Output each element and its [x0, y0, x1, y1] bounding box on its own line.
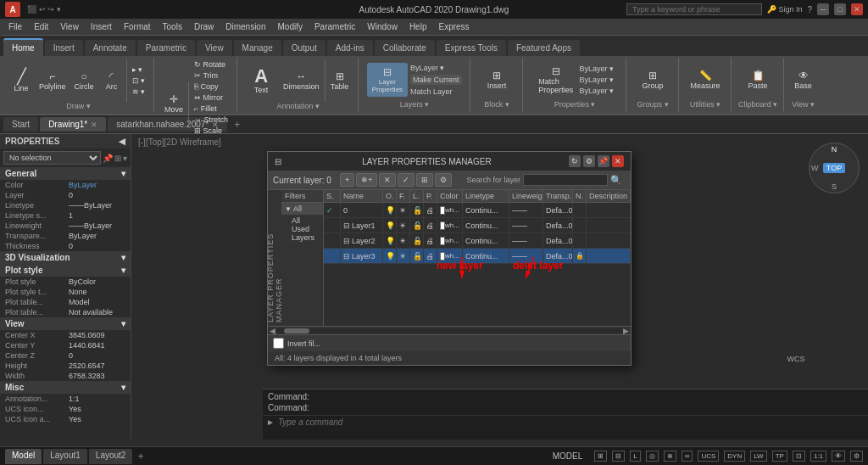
- filter-all[interactable]: ▼ All: [281, 203, 323, 215]
- tab-parametric[interactable]: Parametric: [137, 40, 195, 56]
- stretch-btn[interactable]: ↔ Stretch: [191, 115, 231, 125]
- menu-modify[interactable]: Modify: [273, 20, 308, 33]
- layer-row-2[interactable]: ⊟Layer2 💡 ☀ 🔓 🖨 wh... Continu... —— Defa…: [324, 233, 631, 249]
- menu-format[interactable]: Format: [119, 20, 156, 33]
- prop-section-3dviz[interactable]: 3D Visualization ▾: [0, 251, 131, 264]
- text-btn[interactable]: A Text: [244, 65, 278, 96]
- tab-view[interactable]: View: [197, 40, 232, 56]
- trim-btn[interactable]: ✂ Trim: [191, 70, 231, 81]
- cell-color-2[interactable]: wh...: [437, 233, 463, 248]
- layer-properties-btn[interactable]: ⊟ LayerProperties: [367, 63, 408, 97]
- layer-row-3[interactable]: ⊟Layer3 💡 ☀ 🔓 🖨 wh... Continu... —— Defa…: [324, 249, 631, 264]
- cell-freeze-0[interactable]: ☀: [397, 203, 410, 217]
- prop-section-general[interactable]: General ▾: [0, 167, 131, 180]
- tab-insert[interactable]: Insert: [45, 40, 83, 56]
- prop-section-misc[interactable]: Misc ▾: [0, 381, 131, 394]
- menu-window[interactable]: Window: [362, 20, 403, 33]
- prop-section-plotstyle[interactable]: Plot style ▾: [0, 264, 131, 277]
- menu-edit[interactable]: Edit: [29, 20, 53, 33]
- draw-circle-btn[interactable]: ○ Circle: [71, 69, 97, 92]
- menu-dimension[interactable]: Dimension: [220, 20, 270, 33]
- prop-section-view[interactable]: View ▾: [0, 317, 131, 330]
- layer-dialog-titlebar[interactable]: ⊟ LAYER PROPERTIES MANAGER ↻ ⚙ 📌 ✕: [268, 152, 631, 171]
- layer-dialog-close-btn[interactable]: ✕: [612, 155, 624, 167]
- cell-freeze-2[interactable]: ☀: [397, 233, 410, 248]
- otrack-btn[interactable]: ∞: [682, 451, 693, 462]
- table-btn[interactable]: ⊞ Table: [327, 69, 353, 92]
- add-tab-btn[interactable]: +: [229, 116, 245, 133]
- prop-selector-dropdown[interactable]: No selection: [3, 151, 101, 165]
- draw-more-3[interactable]: ≋ ▾: [129, 87, 149, 97]
- paste-btn[interactable]: 📋 Paste: [745, 68, 771, 92]
- layer-row-0[interactable]: ✓ 0 💡 ☀ 🔓 🖨 wh... Continu... —— Defa...0: [324, 203, 631, 218]
- menu-help[interactable]: Help: [404, 20, 432, 33]
- scroll-right-btn[interactable]: ▶: [623, 327, 629, 335]
- cell-plot-2[interactable]: 🖨: [424, 233, 437, 248]
- help-btn[interactable]: ?: [807, 5, 812, 14]
- add-layout-btn[interactable]: +: [134, 449, 147, 464]
- cell-plot-1[interactable]: 🖨: [424, 218, 437, 232]
- tab-drawing1[interactable]: Drawing1* ✕: [40, 117, 106, 132]
- menu-view[interactable]: View: [55, 20, 84, 33]
- ucs-btn[interactable]: UCS: [698, 451, 719, 462]
- cell-color-0[interactable]: wh...: [437, 203, 463, 217]
- prop-view-collapse[interactable]: ▾: [121, 319, 125, 328]
- layer-dialog-settings-btn[interactable]: ⚙: [583, 155, 595, 167]
- prop-general-collapse[interactable]: ▾: [121, 169, 125, 178]
- group-btn[interactable]: ⊞ Group: [639, 68, 667, 92]
- draw-arc-btn[interactable]: ◜ Arc: [99, 69, 125, 92]
- anno-scale-btn[interactable]: 1:1: [810, 451, 826, 462]
- tab-start[interactable]: Start: [3, 117, 38, 132]
- grid-btn[interactable]: ⊟: [612, 451, 625, 462]
- cell-color-1[interactable]: wh...: [437, 218, 463, 232]
- hscroll-thumb[interactable]: [284, 328, 309, 333]
- cell-on-1[interactable]: 💡: [383, 218, 397, 232]
- workspace-btn[interactable]: ⚙: [850, 451, 863, 462]
- osnap-btn[interactable]: ⊕: [664, 451, 676, 462]
- cell-freeze-1[interactable]: ☀: [397, 218, 410, 232]
- prop-menu-icon[interactable]: ▾: [123, 154, 127, 163]
- cell-on-2[interactable]: 💡: [383, 233, 397, 248]
- menu-tools[interactable]: Tools: [158, 20, 187, 33]
- prop-plotstyle-collapse[interactable]: ▾: [121, 266, 125, 275]
- properties-header[interactable]: PROPERTIES ◀: [0, 134, 131, 148]
- filter-all-used[interactable]: All Used Layers: [281, 215, 323, 244]
- minimize-btn[interactable]: ─: [817, 3, 829, 15]
- cell-on-3[interactable]: 💡: [383, 249, 397, 263]
- copy-btn[interactable]: ⎘ Copy: [191, 81, 231, 92]
- tab-model[interactable]: Model: [5, 449, 42, 464]
- draw-more-1[interactable]: ▸ ▾: [129, 64, 149, 75]
- restore-btn[interactable]: □: [834, 3, 846, 15]
- match-layer-btn[interactable]: Match Layer: [410, 87, 453, 96]
- search-input[interactable]: [626, 3, 762, 15]
- freeze-new-layer-btn[interactable]: ❄+: [356, 173, 377, 187]
- cell-freeze-3[interactable]: ☀: [397, 249, 410, 263]
- tab-home[interactable]: Home: [3, 38, 43, 56]
- canvas-area[interactable]: [-][Top][2D Wireframe] N S W TOP WCS X Y…: [131, 134, 868, 440]
- draw-more-2[interactable]: ⊡ ▾: [129, 76, 149, 86]
- cell-plot-0[interactable]: 🖨: [424, 203, 437, 217]
- menu-parametric[interactable]: Parametric: [309, 20, 360, 33]
- draw-line-btn[interactable]: ╱ Line: [8, 67, 34, 94]
- cell-lock-2[interactable]: 🔓: [410, 233, 424, 248]
- tab-annotate[interactable]: Annotate: [85, 40, 136, 56]
- tab-collaborate[interactable]: Collaborate: [375, 40, 435, 56]
- cell-lock-3[interactable]: 🔓: [410, 249, 424, 263]
- new-layer-btn[interactable]: +: [340, 173, 354, 187]
- prop-3dviz-collapse[interactable]: ▾: [121, 253, 125, 262]
- close-btn[interactable]: ✕: [851, 3, 863, 15]
- rotate-btn[interactable]: ↻ Rotate: [191, 59, 231, 70]
- hscroll-track[interactable]: [275, 328, 623, 333]
- layer-search-input[interactable]: [523, 174, 608, 186]
- sign-in[interactable]: 🔑 Sign In: [767, 5, 803, 14]
- tab-output[interactable]: Output: [283, 40, 326, 56]
- quick-props-btn[interactable]: ⊡: [793, 451, 805, 462]
- layer-dropdown-icon[interactable]: ▾: [440, 64, 444, 72]
- set-current-btn[interactable]: ✓: [398, 173, 415, 187]
- dimension-btn[interactable]: ↔ Dimension: [280, 69, 323, 92]
- tab-layout1[interactable]: Layout1: [43, 449, 87, 464]
- menu-file[interactable]: File: [3, 20, 27, 33]
- prop-toggle-icon[interactable]: ⊞: [114, 154, 121, 163]
- tab-addins[interactable]: Add-ins: [327, 40, 373, 56]
- menu-draw[interactable]: Draw: [189, 20, 219, 33]
